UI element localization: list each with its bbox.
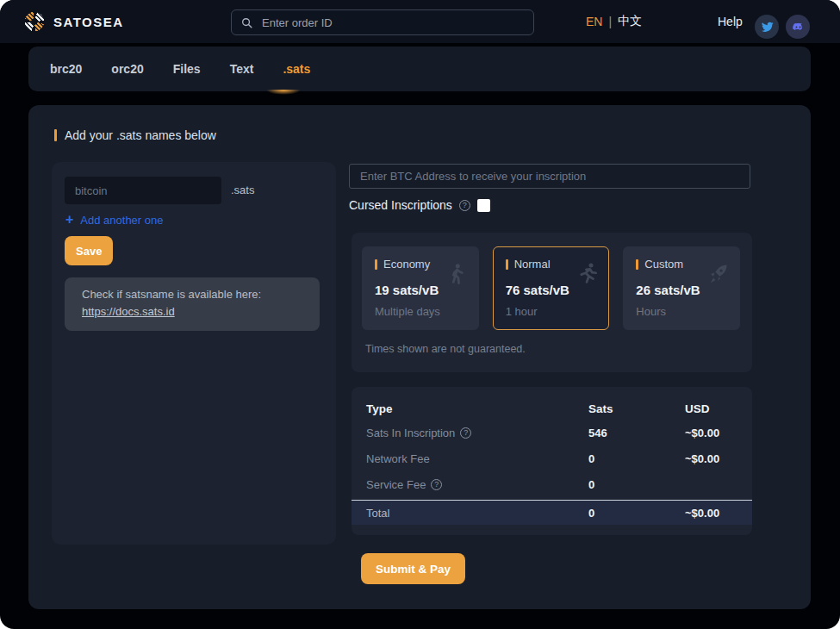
fee-card-normal[interactable]: Normal 76 sats/vB 1 hour [493, 246, 610, 330]
table-header-row: Type Sats USD [352, 397, 752, 420]
tab-orc20[interactable]: orc20 [111, 62, 143, 76]
fee-note: Times shown are not guaranteed. [365, 343, 740, 355]
search-icon [240, 16, 253, 29]
section-title-text: Add your .sats names below [65, 128, 216, 142]
main-panel: Add your .sats names below .sats + Add a… [28, 105, 811, 609]
fee-name: Custom [644, 258, 683, 271]
col-sats: Sats [588, 402, 685, 415]
fee-eta: 1 hour [506, 305, 609, 318]
fee-eta: Hours [636, 305, 739, 318]
satosea-logo-icon [24, 11, 45, 32]
accent-bar [636, 259, 638, 270]
walk-icon [444, 261, 470, 287]
lang-zh[interactable]: 中文 [618, 14, 642, 29]
btc-address-input[interactable] [349, 164, 750, 189]
row-label: Sats In Inscription [366, 427, 455, 439]
tab-bar: brc20 orc20 Files Text .sats [28, 47, 811, 91]
fee-eta: Multiple days [375, 305, 478, 318]
discord-button[interactable] [786, 15, 810, 39]
section-title: Add your .sats names below [54, 128, 216, 142]
accent-bar [506, 259, 508, 270]
plus-icon: + [65, 213, 73, 227]
fee-cards: Economy 19 sats/vB Multiple days Normal … [362, 246, 740, 330]
save-button[interactable]: Save [65, 236, 113, 265]
row-sats: 0 [588, 478, 685, 491]
discord-icon [792, 21, 805, 34]
row-label: Service Fee [366, 478, 426, 491]
cursed-inscriptions-row: Cursed Inscriptions ? [349, 198, 490, 212]
rocket-icon [705, 261, 731, 287]
twitter-icon [761, 21, 774, 34]
app-window: SATOSEA EN | 中文 Help brc20 orc20 Files T… [0, 0, 840, 629]
fee-name: Normal [514, 258, 551, 271]
cursed-help-icon[interactable]: ? [459, 200, 470, 211]
language-switcher: EN | 中文 [586, 0, 642, 43]
col-type: Type [366, 402, 588, 415]
row-label: Network Fee [366, 452, 430, 465]
brand-name: SATOSEA [53, 15, 124, 29]
availability-hint-text: Check if satsname is available here: [82, 286, 302, 303]
table-row-sats-in-inscription: Sats In Inscription ? 546 ~$0.00 [352, 420, 752, 445]
twitter-button[interactable] [755, 15, 779, 39]
tab-brc20[interactable]: brc20 [50, 62, 82, 76]
search-input[interactable] [260, 16, 525, 30]
row-sats: 0 [588, 452, 685, 465]
col-usd: USD [685, 402, 737, 415]
names-card: .sats + Add another one Save Check if sa… [52, 162, 336, 545]
cursed-checkbox[interactable] [477, 199, 490, 212]
row-help-icon[interactable]: ? [460, 427, 471, 439]
add-another-link[interactable]: + Add another one [65, 213, 163, 227]
add-another-label: Add another one [80, 214, 163, 227]
submit-pay-button[interactable]: Submit & Pay [361, 553, 465, 584]
order-search[interactable] [231, 9, 534, 35]
fee-selector: Economy 19 sats/vB Multiple days Normal … [352, 233, 752, 372]
accent-bar [54, 129, 57, 141]
lang-en[interactable]: EN [586, 15, 602, 28]
docs-link[interactable]: https://docs.sats.id [82, 305, 175, 318]
row-usd: ~$0.00 [685, 507, 737, 520]
tab-files[interactable]: Files [173, 62, 201, 76]
screenshot: SATOSEA EN | 中文 Help brc20 orc20 Files T… [0, 0, 840, 629]
fee-name: Economy [383, 258, 430, 271]
fee-card-economy[interactable]: Economy 19 sats/vB Multiple days [362, 246, 479, 330]
accent-bar [375, 259, 377, 270]
tab-sats[interactable]: .sats [283, 62, 310, 76]
row-usd: ~$0.00 [685, 452, 737, 465]
table-row-total: Total 0 ~$0.00 [352, 501, 752, 525]
row-label: Total [366, 507, 389, 520]
lang-divider: | [608, 15, 612, 28]
fee-table: Type Sats USD Sats In Inscription ? 546 … [352, 387, 752, 535]
row-sats: 0 [588, 507, 685, 520]
header: SATOSEA EN | 中文 Help [0, 0, 840, 43]
sats-name-input[interactable] [65, 177, 221, 204]
brand[interactable]: SATOSEA [24, 11, 124, 32]
table-row-network-fee: Network Fee 0 ~$0.00 [352, 445, 752, 471]
row-usd: ~$0.00 [685, 427, 737, 439]
run-icon [574, 261, 600, 287]
fee-card-custom[interactable]: Custom 26 sats/vB Hours [623, 246, 740, 330]
row-sats: 546 [588, 427, 685, 439]
sats-suffix-label: .sats [231, 184, 254, 196]
tab-text[interactable]: Text [230, 62, 254, 76]
availability-hint: Check if satsname is available here: htt… [65, 277, 320, 331]
help-link[interactable]: Help [718, 0, 743, 43]
row-help-icon[interactable]: ? [431, 479, 442, 490]
table-row-service-fee: Service Fee ? 0 [352, 471, 752, 497]
cursed-label: Cursed Inscriptions [349, 198, 452, 212]
active-tab-glow [259, 90, 308, 97]
